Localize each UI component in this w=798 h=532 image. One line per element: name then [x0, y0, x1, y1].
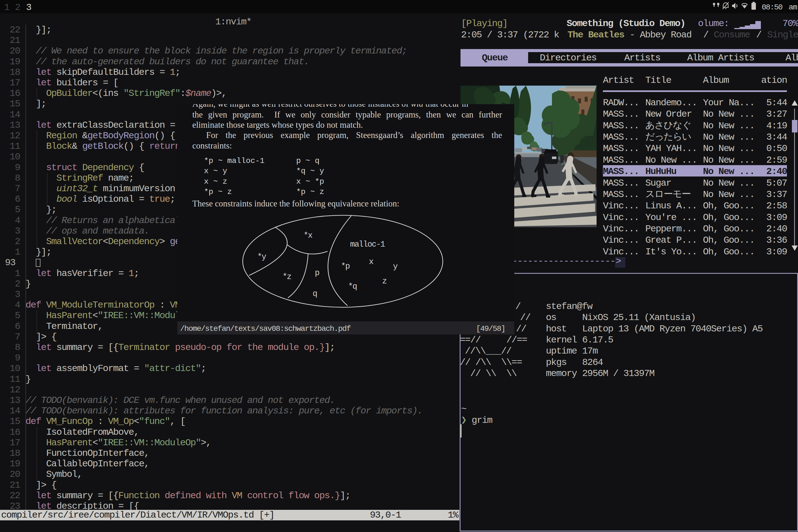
svg-text:q: q — [312, 289, 317, 299]
svg-text:*y: *y — [257, 252, 266, 262]
svg-text:*q: *q — [348, 282, 357, 291]
svg-text:*x: *x — [303, 231, 312, 240]
svg-text:*z: *z — [282, 272, 291, 282]
svg-text:p: p — [315, 268, 319, 278]
svg-text:z: z — [382, 277, 386, 286]
svg-text:y: y — [393, 262, 398, 271]
svg-text:x: x — [369, 258, 374, 267]
svg-text:malloc-1: malloc-1 — [350, 240, 385, 249]
svg-text:*p: *p — [341, 262, 350, 271]
